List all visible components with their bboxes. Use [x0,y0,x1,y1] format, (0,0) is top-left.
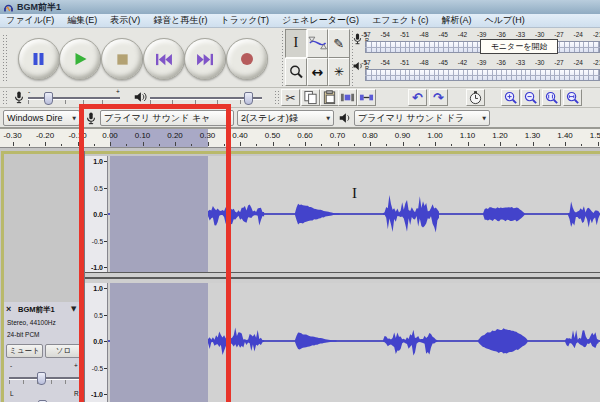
meter-scale-value: -24 [569,59,587,66]
selection-tool-button[interactable]: I [285,29,307,58]
track-sample-format: 24-bit PCM [7,331,40,338]
menu-item-0[interactable]: ファイル(F) [6,14,54,27]
output-volume-slider[interactable] [150,92,262,106]
timeline-ruler[interactable]: -0.30-0.20-0.100.000.100.200.300.400.500… [0,129,600,148]
mute-button[interactable]: ミュート [6,344,43,358]
timeline-tick [338,142,339,146]
cut-button[interactable]: ✂ [281,89,300,106]
channel-divider[interactable] [85,272,600,283]
zoom-in-button[interactable] [501,89,520,106]
menu-item-7[interactable]: 解析(A) [442,14,472,27]
track-menu-chevron-icon[interactable]: ▼ [71,305,76,313]
timeline-label: 0.90 [388,131,418,140]
envelope-tool-button[interactable] [307,29,329,58]
transport-skip-to-start-button[interactable] [143,38,185,80]
timer-record-button[interactable] [466,89,485,106]
playback-meter[interactable]: LR-57-54-51-48-45-42-39-36-33-30-27-24-2… [352,58,600,86]
cut-icon: ✂ [285,91,295,105]
silence-selection-button[interactable] [357,89,376,106]
timeline-tick [208,142,209,146]
fit-selection-button[interactable] [542,89,561,106]
transport-record-button[interactable] [226,38,268,80]
chevron-down-icon: ▼ [72,115,76,121]
transport-skip-to-end-button[interactable] [184,38,226,80]
menu-item-1[interactable]: 編集(E) [67,14,97,27]
title-bar[interactable]: BGM前半1 [0,0,600,14]
transport-stop-button[interactable] [101,38,143,80]
scale-value: 0.5 [94,184,103,191]
mixer-grip[interactable] [2,90,7,105]
timeline-tick [29,144,30,147]
draw-tool-button[interactable]: ✎ [328,29,350,58]
vertical-scale-channel-2[interactable]: 1.00.50.0-0.5-1.0 [85,283,107,402]
vertical-scale-channel-1[interactable]: 1.00.50.0-0.5-1.0 [85,156,107,272]
gain-slider[interactable] [9,372,79,386]
output-device-dropdown[interactable]: プライマリ サウンド ドラ ▼ [354,110,490,126]
timeline-label: 0.70 [323,131,353,140]
menu-item-4[interactable]: トラック(T) [221,14,269,27]
input-volume-thumb[interactable] [44,92,53,105]
menu-item-8[interactable]: ヘルプ(H) [485,14,525,27]
paste-button[interactable] [320,89,339,106]
input-volume-slider[interactable] [28,92,120,106]
mute-label: ミュート [9,346,40,356]
recording-channels-dropdown[interactable]: 2(ステレオ)録 ▼ [237,110,334,126]
scale-value: 0.0 [93,211,103,218]
close-track-icon[interactable]: × [6,304,11,314]
skip-to-end-icon [196,52,215,67]
scale-value: 0.5 [94,311,103,318]
multi-tool-button[interactable]: ✳ [328,58,350,87]
timeline-tick [289,144,290,147]
timeline-label: 1.50 [583,131,600,140]
track-name[interactable]: BGM前半1 [18,305,68,315]
timeline-tick [581,144,582,147]
timeline-tick [13,142,14,146]
waveform-selection [110,156,208,272]
zoom-out-button[interactable] [521,89,540,106]
timer-record-icon [468,90,483,105]
pan-right-label: R [74,390,79,397]
timeline-tick [110,142,111,146]
output-volume-thumb[interactable] [244,92,253,105]
meter-scale-value: -24 [569,31,587,38]
meter-scale-value: -33 [511,59,529,66]
trim-outside-selection-icon [340,90,355,105]
transport-pause-button[interactable] [18,38,60,80]
input-device-dropdown[interactable]: プライマリ サウンド キャ ▼ [100,110,234,126]
zoom-tool-button[interactable] [285,58,307,87]
menu-item-2[interactable]: 表示(V) [110,14,140,27]
transport-grip[interactable] [2,34,7,82]
audio-host-dropdown[interactable]: Windows Dire ▼ [3,110,80,126]
copy-icon [303,90,318,105]
paste-icon [322,90,337,105]
redo-button[interactable]: ↷ [429,89,448,106]
timeline-tick [549,144,550,147]
meter-scale-value: -21 [589,31,600,38]
timeline-tick [224,144,225,147]
gain-thumb[interactable] [37,372,46,385]
menu-item-5[interactable]: ジェネレーター(G) [282,14,359,27]
transport-play-button[interactable] [59,38,101,80]
edit-grip[interactable] [274,90,279,105]
undo-button[interactable]: ↶ [408,89,427,106]
meter-scale-value: -21 [589,59,600,66]
waveform-channel-2[interactable] [108,283,600,402]
recording-meter[interactable]: LR-57-54-51-48-45-42-39-36-33-30-27-24-2… [352,30,600,58]
timeline-tick [45,142,46,146]
fit-project-button[interactable] [563,89,582,106]
selected-track-border-top [1,151,600,154]
output-device-value: プライマリ サウンド ドラ [358,112,464,125]
menu-item-3[interactable]: 録音と再生(r) [153,14,207,27]
selection-tool-icon: I [293,35,298,51]
solo-button[interactable]: ソロ [45,344,82,358]
time-shift-tool-button[interactable]: ↔ [307,58,329,87]
track-area: × BGM前半1 ▼ Stereo, 44100Hz 24-bit PCM ミュ… [0,148,600,402]
timeline-tick [565,142,566,146]
trim-outside-selection-button[interactable] [338,89,357,106]
copy-button[interactable] [301,89,320,106]
waveform-channel-1[interactable] [108,156,600,272]
menu-item-6[interactable]: エフェクト(c) [372,14,429,27]
microphone-icon [85,111,97,126]
silence-selection-icon [359,90,374,105]
timeline-tick [403,142,404,146]
